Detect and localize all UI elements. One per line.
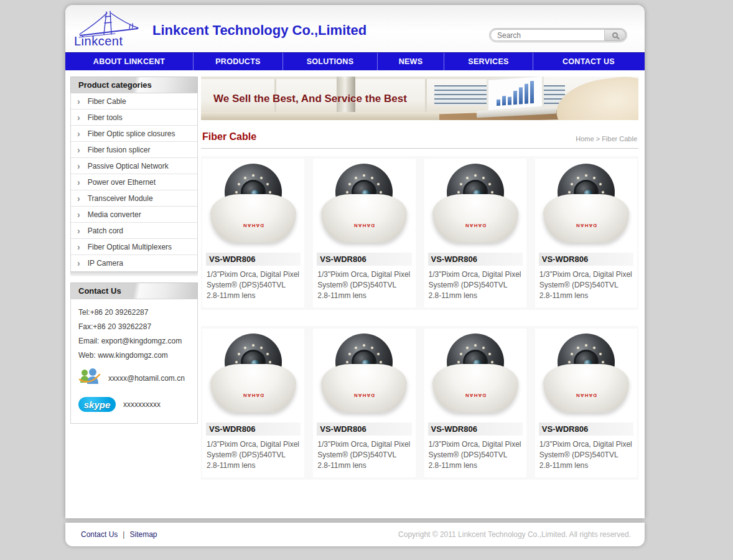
category-label: Fiber Cable (88, 97, 126, 106)
camera-brand-label: DAHAN (429, 393, 522, 398)
chevron-right-icon: › (77, 226, 80, 235)
product-title[interactable]: VS-WDR806 (317, 253, 411, 266)
breadcrumb-home-link[interactable]: Home (576, 135, 594, 142)
product-title[interactable]: VS-WDR806 (539, 422, 633, 436)
site-header: Linkcent Linkcent Technology Co.,Limited (65, 5, 645, 52)
camera-base (543, 194, 629, 243)
product-card: DAHAN VS-WDR806 1/3"Pixim Orca, Digital … (424, 159, 526, 307)
camera-brand-label: DAHAN (539, 393, 633, 398)
product-title[interactable]: VS-WDR806 (428, 422, 523, 436)
magnifier-icon (612, 32, 618, 38)
contact-web: Web: www.kingdomgz.com (78, 351, 190, 360)
sidebar-item-power-over-ethernet[interactable]: ›Power over Ethernet (71, 174, 197, 190)
product-title[interactable]: VS-WDR806 (317, 422, 411, 436)
product-card: DAHAN VS-WDR806 1/3"Pixim Orca, Digital … (202, 329, 304, 477)
chevron-right-icon: › (77, 243, 80, 251)
nav-contact-us[interactable]: CONTACT US (533, 53, 644, 70)
product-image[interactable]: DAHAN (429, 332, 522, 418)
product-image[interactable]: DAHAN (317, 162, 411, 248)
product-description: 1/3"Pixim Orca, Digital Pixel System® (D… (428, 439, 523, 471)
sidebar-item-transceiver-module[interactable]: ›Transceiver Module (71, 190, 197, 207)
category-label: IP Camera (88, 259, 123, 268)
chevron-right-icon: › (77, 113, 80, 122)
main-content: We Sell the Best, And Service the Best F… (201, 77, 638, 496)
product-card: DAHAN VS-WDR806 1/3"Pixim Orca, Digital … (424, 329, 526, 477)
nav-services[interactable]: SERVICES (444, 53, 533, 70)
nav-about-linkcent[interactable]: ABOUT LINKCENT (65, 53, 194, 70)
product-card: DAHAN VS-WDR806 1/3"Pixim Orca, Digital … (535, 159, 637, 307)
product-image[interactable]: DAHAN (539, 162, 633, 248)
chevron-right-icon: › (77, 194, 80, 203)
footer-links-separator: | (123, 530, 124, 539)
nav-products[interactable]: PRODUCTS (194, 53, 283, 70)
camera-brand-label: DAHAN (539, 223, 633, 228)
sidebar-item-fiber-cable[interactable]: ›Fiber Cable (71, 93, 197, 110)
sidebar: Product categories ›Fiber Cable ›Fiber t… (70, 77, 198, 496)
msn-messenger-icon (78, 367, 101, 390)
company-logo[interactable]: Linkcent (74, 9, 144, 49)
product-card: DAHAN VS-WDR806 1/3"Pixim Orca, Digital … (202, 159, 304, 307)
product-title[interactable]: VS-WDR806 (206, 422, 301, 436)
sidebar-item-media-converter[interactable]: ›Media converter (71, 207, 197, 223)
product-image[interactable]: DAHAN (207, 332, 300, 418)
contact-tel: Tel:+86 20 39262287 (78, 308, 190, 317)
banner-image: We Sell the Best, And Service the Best (201, 77, 638, 120)
site-footer: Contact Us | Sitemap Copyright © 2011 Li… (65, 523, 645, 546)
camera-base (321, 364, 407, 413)
breadcrumb: Home > Fiber Cable (576, 135, 637, 142)
skype-contact-row: skype xxxxxxxxxx (78, 397, 190, 412)
footer-sitemap-link[interactable]: Sitemap (129, 530, 157, 539)
contact-email: Email: export@kingdomgz.com (78, 337, 190, 345)
contact-box: Tel:+86 20 39262287 Fax:+86 20 39262287 … (70, 299, 198, 424)
sidebar-item-fiber-optic-splice-closures[interactable]: ›Fiber Optic splice closures (71, 126, 197, 142)
breadcrumb-separator: > (596, 135, 600, 142)
sidebar-item-patch-cord[interactable]: ›Patch cord (71, 223, 197, 239)
footer-links: Contact Us | Sitemap (81, 530, 157, 539)
banner-slogan: We Sell the Best, And Service the Best (213, 93, 407, 105)
category-label: Media converter (88, 210, 141, 219)
divider (70, 272, 198, 276)
contact-us-header: Contact Us (70, 282, 198, 299)
nav-news[interactable]: NEWS (378, 53, 444, 70)
category-label: Transceiver Module (88, 194, 153, 203)
sidebar-item-fiber-fusion-splicer[interactable]: ›Fiber fusion splicer (71, 142, 197, 158)
category-label: Fiber tools (88, 113, 123, 122)
camera-brand-label: DAHAN (207, 223, 300, 228)
product-image[interactable]: DAHAN (207, 162, 300, 248)
sidebar-item-fiber-optical-multiplexers[interactable]: ›Fiber Optical Multiplexers (71, 239, 197, 255)
nav-solutions[interactable]: SOLUTIONS (283, 53, 378, 70)
msn-address: xxxxx@hotamil.com.cn (108, 374, 185, 383)
search-input[interactable] (490, 29, 605, 41)
product-title[interactable]: VS-WDR806 (428, 253, 523, 266)
msn-contact-row: xxxxx@hotamil.com.cn (78, 367, 190, 390)
product-card: DAHAN VS-WDR806 1/3"Pixim Orca, Digital … (313, 159, 415, 307)
product-categories-header: Product categories (70, 77, 198, 93)
skype-logo-icon: skype (78, 397, 116, 412)
sidebar-item-passive-optical-network[interactable]: ›Passive Optical Network (71, 158, 197, 174)
copyright-text: Copyright © 2011 Linkcent Technology Co.… (398, 530, 631, 539)
product-description: 1/3"Pixim Orca, Digital Pixel System® (D… (539, 269, 633, 301)
product-row: DAHAN VS-WDR806 1/3"Pixim Orca, Digital … (201, 156, 638, 310)
search-button[interactable] (605, 29, 626, 41)
sidebar-item-ip-camera[interactable]: ›IP Camera (71, 255, 197, 271)
chevron-right-icon: › (77, 129, 80, 138)
skype-id: xxxxxxxxxx (123, 400, 161, 409)
category-label: Fiber Optical Multiplexers (88, 243, 172, 251)
product-title[interactable]: VS-WDR806 (539, 253, 633, 266)
product-description: 1/3"Pixim Orca, Digital Pixel System® (D… (206, 269, 301, 301)
product-image[interactable]: DAHAN (539, 332, 633, 418)
category-label: Fiber Optic splice closures (88, 129, 175, 138)
product-description: 1/3"Pixim Orca, Digital Pixel System® (D… (206, 439, 301, 471)
product-title[interactable]: VS-WDR806 (206, 253, 301, 266)
product-image[interactable]: DAHAN (317, 332, 411, 418)
category-list: ›Fiber Cable ›Fiber tools ›Fiber Optic s… (70, 93, 198, 272)
camera-base (432, 364, 518, 413)
product-card: DAHAN VS-WDR806 1/3"Pixim Orca, Digital … (535, 329, 637, 477)
footer-contact-us-link[interactable]: Contact Us (81, 530, 118, 539)
category-label: Passive Optical Network (88, 162, 169, 170)
sidebar-item-fiber-tools[interactable]: ›Fiber tools (71, 110, 197, 126)
product-image[interactable]: DAHAN (429, 162, 522, 248)
product-description: 1/3"Pixim Orca, Digital Pixel System® (D… (428, 269, 523, 301)
chevron-right-icon: › (77, 97, 80, 106)
product-card: DAHAN VS-WDR806 1/3"Pixim Orca, Digital … (313, 329, 415, 477)
